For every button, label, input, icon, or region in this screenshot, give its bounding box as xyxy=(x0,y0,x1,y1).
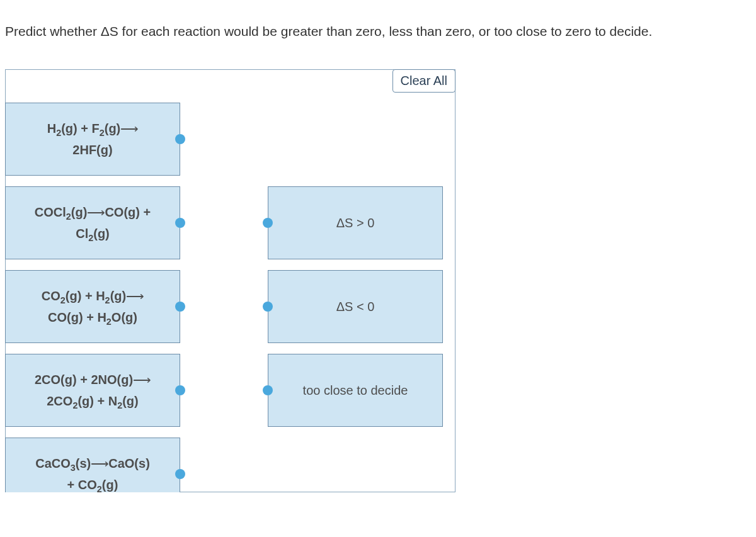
reaction-item-4[interactable]: 2CO(g) + 2NO(g)⟶2CO2(g) + N2(g) xyxy=(5,354,180,427)
target-greater-than-zero[interactable]: ΔS > 0 xyxy=(268,186,443,259)
target-label: ΔS < 0 xyxy=(336,300,375,314)
drag-handle-right[interactable] xyxy=(175,218,185,228)
target-less-than-zero[interactable]: ΔS < 0 xyxy=(268,270,443,343)
prompt-text-pre: Predict whether xyxy=(5,24,101,38)
drag-handle-right[interactable] xyxy=(175,134,185,144)
drag-drop-panel: Clear All H2(g) + F2(g)⟶2HF(g) COCl2(g)⟶… xyxy=(5,69,455,492)
drag-handle-right[interactable] xyxy=(175,469,185,479)
target-too-close[interactable]: too close to decide xyxy=(268,354,443,427)
reaction-item-5[interactable]: CaCO3(s)⟶CaO(s)+ CO2(g) xyxy=(5,438,180,492)
reaction-item-2[interactable]: COCl2(g)⟶CO(g) +Cl2(g) xyxy=(5,186,180,259)
delta-symbol: Δ xyxy=(101,24,110,38)
target-label: ΔS > 0 xyxy=(336,216,375,230)
reaction-equation: H2(g) + F2(g)⟶2HF(g) xyxy=(47,118,139,161)
reaction-item-3[interactable]: CO2(g) + H2(g)⟶CO(g) + H2O(g) xyxy=(5,270,180,343)
reaction-equation: 2CO(g) + 2NO(g)⟶2CO2(g) + N2(g) xyxy=(35,369,151,412)
drag-handle-left[interactable] xyxy=(263,218,273,228)
reaction-equation: CaCO3(s)⟶CaO(s)+ CO2(g) xyxy=(35,453,150,492)
clear-all-button[interactable]: Clear All xyxy=(392,69,455,93)
reaction-equation: CO2(g) + H2(g)⟶CO(g) + H2O(g) xyxy=(42,285,144,328)
prompt-text-post: S for each reaction would be greater tha… xyxy=(110,24,653,38)
reaction-equation: COCl2(g)⟶CO(g) +Cl2(g) xyxy=(35,201,151,244)
target-label: too close to decide xyxy=(303,383,408,398)
drag-handle-right[interactable] xyxy=(175,302,185,312)
drag-handle-left[interactable] xyxy=(263,302,273,312)
question-prompt: Predict whether ΔS for each reaction wou… xyxy=(0,0,756,39)
drag-handle-left[interactable] xyxy=(263,385,273,395)
drag-handle-right[interactable] xyxy=(175,385,185,395)
reaction-item-1[interactable]: H2(g) + F2(g)⟶2HF(g) xyxy=(5,103,180,176)
